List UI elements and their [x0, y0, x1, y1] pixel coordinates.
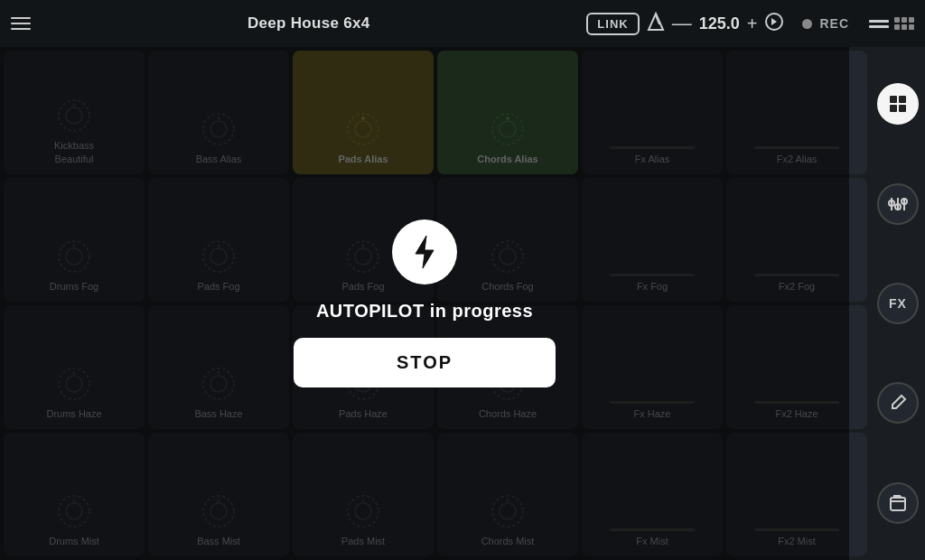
rec-dot: [802, 19, 812, 29]
svg-rect-53: [890, 105, 897, 112]
right-sidebar: FX: [871, 47, 925, 560]
transport-controls: LINK — 125.0 +: [586, 12, 784, 36]
autopilot-overlay: AUTOPILOT in progress STOP: [0, 47, 849, 560]
plus-icon[interactable]: +: [747, 14, 758, 34]
sidebar-grid-view-button[interactable]: [877, 83, 919, 125]
grid-lines-icon[interactable]: [869, 20, 889, 28]
sidebar-fx-button[interactable]: FX: [877, 283, 919, 324]
autopilot-status: AUTOPILOT in progress: [316, 301, 533, 322]
minus-icon[interactable]: —: [672, 12, 692, 35]
sidebar-edit-button[interactable]: [877, 382, 919, 424]
loop-icon[interactable]: [764, 12, 784, 35]
metronome-icon[interactable]: [647, 12, 665, 36]
session-title: Deep House 6x4: [42, 14, 575, 33]
autopilot-modal: AUTOPILOT in progress STOP: [294, 219, 556, 387]
svg-rect-61: [891, 498, 905, 510]
sidebar-mixer-button[interactable]: [877, 183, 919, 225]
rec-label[interactable]: REC: [819, 16, 849, 31]
svg-rect-52: [899, 96, 906, 103]
autopilot-icon: [392, 219, 457, 285]
fx-label: FX: [889, 296, 907, 311]
svg-rect-54: [899, 105, 906, 112]
sidebar-files-button[interactable]: [877, 482, 919, 524]
menu-icon[interactable]: [11, 17, 31, 30]
link-button[interactable]: LINK: [586, 13, 639, 35]
svg-rect-51: [890, 96, 897, 103]
bpm-display[interactable]: 125.0: [699, 14, 740, 33]
svg-marker-62: [416, 236, 434, 268]
top-bar: Deep House 6x4 LINK — 125.0 + REC: [0, 0, 925, 47]
mini-grid-icon[interactable]: [894, 17, 914, 30]
stop-button[interactable]: STOP: [294, 338, 556, 387]
